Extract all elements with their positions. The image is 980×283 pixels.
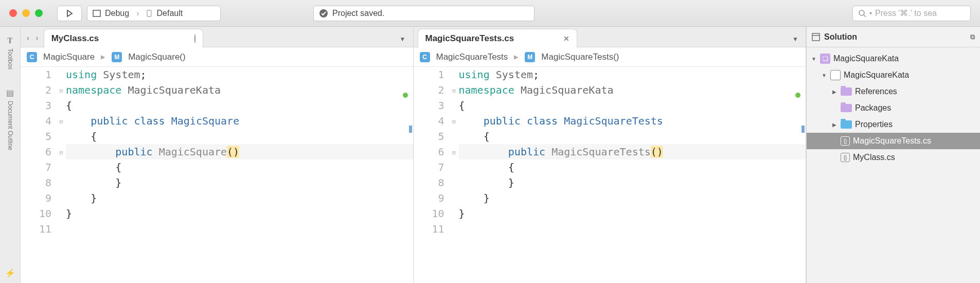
folder-icon (841, 120, 852, 129)
search-placeholder: Press '⌘.' to sea (875, 8, 937, 18)
csharp-file-icon: {} (841, 153, 850, 162)
class-icon: C (420, 52, 430, 62)
run-button[interactable] (57, 6, 82, 21)
tree-project[interactable]: ▼ MagicSquareKata (807, 67, 980, 83)
tree-references[interactable]: ▶ References (807, 83, 980, 100)
tab-close-button[interactable]: ✕ (563, 34, 569, 43)
solution-panel-header[interactable]: Solution ⧉ (807, 27, 980, 47)
tab-tests[interactable]: MagicSquareTests.cs ✕ (418, 29, 577, 47)
tree-file-myclass[interactable]: {} MyClass.cs (807, 149, 980, 166)
breadcrumb-right[interactable]: C MagicSquareTests ▸ M MagicSquareTests(… (414, 47, 806, 67)
code-area-left[interactable]: 1234567891011 ⊟⊟⊟ using System; namespac… (21, 67, 413, 283)
tab-myclass[interactable]: MyClass.cs (44, 29, 203, 47)
main-area: 𝐓 Toolbox ▤ Document Outline ⚡ ‹ › MyCla… (0, 27, 980, 283)
tab-list-dropdown[interactable]: ▼ (792, 36, 806, 47)
breadcrumb-namespace: MagicSquareTests (436, 52, 508, 62)
toolbox-label: Toolbox (7, 48, 14, 69)
tree-label: MagicSquareKata (833, 54, 899, 63)
run-configuration[interactable]: Debug › Default (87, 6, 221, 21)
tree-label: References (855, 87, 897, 96)
class-icon: C (27, 52, 37, 62)
project-node-icon (830, 70, 841, 80)
scrollbar-change-marker (409, 126, 412, 133)
tree-label: MyClass.cs (853, 153, 895, 162)
solution-tree: ▼ ❏ MagicSquareKata ▼ MagicSquareKata ▶ … (807, 47, 980, 169)
code-area-right[interactable]: 1234567891011 ⊟⊟⊟ using System; namespac… (414, 67, 806, 283)
editors: ‹ › MyClass.cs ▼ C MagicSquare ▸ M Magic… (21, 27, 806, 283)
tab-row-left: ‹ › MyClass.cs ▼ (21, 27, 413, 47)
zoom-window-button[interactable] (35, 9, 43, 17)
status-text: Project saved. (332, 9, 384, 18)
nav-forward-button[interactable]: › (35, 33, 38, 43)
left-rail: 𝐓 Toolbox ▤ Document Outline ⚡ (0, 27, 21, 283)
breadcrumb-separator: ▸ (514, 51, 519, 62)
device-icon (146, 10, 152, 17)
scrollbar-marker-icon (403, 93, 408, 98)
tab-title: MagicSquareTests.cs (425, 33, 514, 44)
expand-icon[interactable]: ▶ (831, 89, 838, 95)
config-separator: › (136, 9, 139, 18)
document-outline-icon: ▤ (6, 88, 14, 98)
tree-file-tests[interactable]: {} MagicSquareTests.cs (807, 133, 980, 149)
search-icon (858, 9, 866, 17)
breadcrumb-namespace: MagicSquare (43, 52, 95, 62)
errors-pad-icon[interactable]: ⚡ (5, 268, 15, 283)
breadcrumb-member: MagicSquare() (128, 52, 186, 62)
line-gutter: 1234567891011 (414, 67, 450, 238)
breadcrumb-separator: ▸ (101, 51, 105, 62)
tab-row-right: MagicSquareTests.cs ✕ ▼ (414, 27, 806, 47)
tree-solution-root[interactable]: ▼ ❏ MagicSquareKata (807, 50, 980, 67)
tree-packages[interactable]: Packages (807, 100, 980, 116)
search-input[interactable]: ▾ Press '⌘.' to sea (852, 6, 971, 21)
tree-label: Packages (855, 103, 891, 113)
svg-point-2 (319, 9, 328, 17)
config-target: Default (156, 9, 183, 18)
expand-icon[interactable]: ▼ (821, 73, 827, 78)
scrollbar-marker-icon (795, 93, 800, 98)
code-body[interactable]: using System; namespace MagicSquareKata … (459, 67, 806, 238)
config-scheme: Debug (105, 9, 129, 18)
nav-back-button[interactable]: ‹ (27, 33, 29, 43)
svg-rect-1 (147, 10, 151, 16)
document-outline-pad[interactable]: ▤ Document Outline (6, 84, 14, 154)
minimize-window-button[interactable] (22, 9, 30, 17)
code-body[interactable]: using System; namespace MagicSquareKata … (66, 67, 413, 238)
panel-popout-icon[interactable]: ⧉ (970, 33, 975, 41)
toolbox-pad[interactable]: 𝐓 Toolbox (7, 32, 14, 74)
toolbox-icon: 𝐓 (7, 36, 13, 45)
breadcrumb-left[interactable]: C MagicSquare ▸ M MagicSquare() (21, 47, 413, 67)
folder-icon (841, 87, 852, 96)
fold-column[interactable]: ⊟⊟⊟ (450, 67, 459, 238)
tab-dirty-indicator[interactable] (194, 34, 195, 43)
line-gutter: 1234567891011 (21, 67, 57, 238)
titlebar: Debug › Default Project saved. ▾ Press '… (0, 0, 980, 27)
play-icon (66, 10, 73, 17)
svg-point-3 (859, 10, 864, 15)
expand-icon[interactable]: ▼ (811, 56, 817, 62)
document-outline-label: Document Outline (7, 101, 14, 150)
svg-line-4 (864, 15, 866, 17)
status-bar: Project saved. (313, 6, 534, 21)
solution-icon (812, 33, 820, 41)
folder-icon (841, 104, 852, 112)
editor-pane-left: ‹ › MyClass.cs ▼ C MagicSquare ▸ M Magic… (21, 27, 414, 283)
check-circle-icon (319, 9, 328, 18)
method-icon: M (525, 52, 535, 62)
solution-title: Solution (824, 32, 857, 42)
target-icon (93, 10, 101, 17)
window-controls (9, 9, 43, 17)
breadcrumb-member: MagicSquareTests() (541, 52, 619, 62)
tab-list-dropdown[interactable]: ▼ (400, 36, 413, 47)
fold-column[interactable]: ⊟⊟⊟ (57, 67, 66, 238)
tree-label: MagicSquareKata (844, 70, 909, 80)
tree-label: Properties (855, 120, 893, 129)
tab-title: MyClass.cs (51, 33, 99, 44)
tree-properties[interactable]: ▶ Properties (807, 116, 980, 133)
close-window-button[interactable] (9, 9, 17, 17)
method-icon: M (112, 52, 122, 62)
scrollbar-change-marker (801, 126, 805, 133)
tree-label: MagicSquareTests.cs (853, 136, 931, 146)
expand-icon[interactable]: ▶ (831, 122, 838, 128)
csharp-file-icon: {} (841, 136, 850, 146)
chevron-down-icon: ▾ (869, 10, 872, 16)
